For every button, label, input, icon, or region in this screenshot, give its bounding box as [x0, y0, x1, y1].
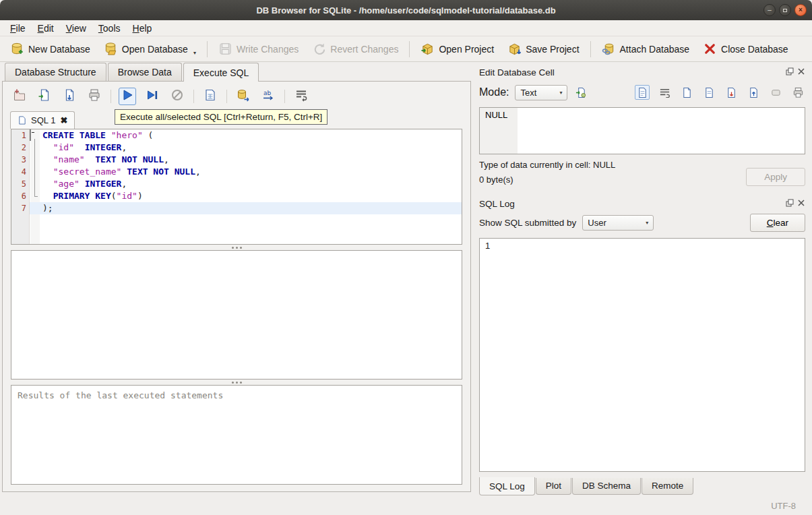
import-file-button[interactable] — [724, 85, 739, 100]
paste-cell-button[interactable] — [701, 85, 716, 100]
cell-editor[interactable]: NULL — [479, 107, 805, 154]
main-toolbar: New Database Open Database ▾ Write Chang… — [0, 36, 812, 62]
write-changes-label: Write Changes — [237, 44, 299, 55]
sql-log-filter-combobox[interactable]: User▾ — [582, 215, 654, 231]
open-project-icon — [420, 42, 435, 56]
stop-button — [168, 88, 186, 105]
splitter-handle[interactable] — [3, 245, 470, 250]
cell-info-row: Type of data currently in cell: NULL 0 b… — [476, 157, 807, 193]
float-dock-button[interactable] — [786, 199, 794, 209]
menu-tools[interactable]: Tools — [92, 21, 127, 36]
float-dock-button[interactable] — [786, 67, 794, 78]
export-results-button[interactable] — [235, 88, 252, 105]
dock-tab-sql-log[interactable]: SQL Log — [479, 477, 535, 495]
copy-cell-button[interactable] — [679, 85, 694, 100]
execute-all-button[interactable] — [119, 88, 136, 105]
import-cell-button[interactable] — [573, 85, 588, 100]
fold-marker-icon[interactable] — [30, 129, 40, 142]
editor-line-current: 7 ); — [11, 202, 462, 214]
line-number: 6 — [11, 190, 30, 202]
close-dock-button[interactable] — [797, 67, 805, 78]
open-project-button[interactable]: Open Project — [414, 39, 500, 59]
word-wrap-button[interactable] — [292, 88, 310, 105]
export-file-button[interactable] — [746, 85, 761, 100]
save-project-icon — [507, 42, 522, 56]
dock-tab-plot[interactable]: Plot — [536, 478, 571, 495]
line-number: 5 — [11, 178, 30, 190]
tab-database-structure[interactable]: Database Structure — [5, 63, 106, 81]
menu-file[interactable]: File — [4, 21, 32, 36]
minimize-button[interactable]: – — [763, 4, 776, 16]
export-results-icon — [237, 88, 250, 104]
revert-changes-icon — [312, 42, 326, 56]
open-database-dropdown-icon[interactable]: ▾ — [193, 50, 196, 56]
save-results-button[interactable] — [201, 88, 219, 105]
window-controls: – × — [763, 4, 807, 16]
set-null-button[interactable] — [768, 85, 783, 100]
line-number: 2 — [11, 142, 30, 154]
maximize-button[interactable] — [779, 4, 791, 16]
close-database-button[interactable]: Close Database — [697, 39, 794, 59]
revert-changes-button: Revert Changes — [306, 39, 404, 59]
sql-editor[interactable]: 1 CREATE TABLE "hero" ( 2 "id" INTEGER, … — [11, 129, 462, 245]
cell-info-text: Type of data currently in cell: NULL 0 b… — [479, 160, 615, 193]
new-database-button[interactable]: New Database — [4, 39, 96, 59]
tab-execute-sql[interactable]: Execute SQL — [183, 63, 259, 82]
print-icon — [88, 88, 101, 104]
dock-tabbar: SQL Log Plot DB Schema Remote — [476, 472, 807, 496]
export-file-icon — [748, 87, 759, 98]
execute-line-button[interactable] — [144, 88, 161, 105]
open-sql-file-button[interactable] — [36, 88, 53, 105]
new-sql-tab-icon — [13, 88, 26, 104]
close-tab-icon[interactable]: ✖ — [60, 115, 67, 125]
dock-tab-remote[interactable]: Remote — [642, 478, 693, 495]
sql-toolbar: ab — [3, 82, 470, 109]
splitter-handle[interactable] — [3, 380, 470, 385]
sql-log-view: 1 — [479, 238, 805, 472]
sql-toolbar-separator — [193, 90, 194, 103]
dock-buttons — [786, 67, 805, 78]
text-document-icon — [637, 87, 648, 98]
text-mode-button[interactable] — [635, 85, 650, 100]
menu-view[interactable]: View — [60, 21, 92, 36]
open-database-button[interactable]: Open Database ▾ — [98, 39, 202, 59]
line-number: 3 — [11, 154, 30, 166]
menu-edit[interactable]: Edit — [32, 21, 60, 36]
dock-tab-db-schema[interactable]: DB Schema — [572, 478, 641, 495]
editor-line: 5 "age" INTEGER, — [11, 178, 462, 190]
print-cell-button[interactable] — [790, 85, 805, 100]
code-line[interactable]: ); — [40, 202, 462, 214]
code-line[interactable]: "age" INTEGER, — [40, 178, 462, 190]
editor-line: 2 "id" INTEGER, — [11, 142, 462, 154]
sql-tab-1[interactable]: SQL 1 ✖ — [10, 111, 75, 129]
menu-help[interactable]: Help — [127, 21, 158, 36]
execute-all-icon — [121, 88, 134, 104]
code-line[interactable]: PRIMARY KEY("id") — [40, 190, 462, 202]
mode-combobox[interactable]: Text▾ — [515, 85, 567, 100]
attach-database-button[interactable]: Attach Database — [596, 39, 696, 59]
right-panel: Edit Database Cell Mode: Text▾ — [474, 62, 812, 496]
close-button[interactable]: × — [794, 4, 807, 16]
tab-browse-data[interactable]: Browse Data — [108, 63, 182, 81]
save-project-button[interactable]: Save Project — [501, 39, 585, 59]
code-line[interactable]: "name" TEXT NOT NULL, — [40, 154, 462, 166]
clear-log-button[interactable]: Clear — [750, 214, 805, 232]
chevron-down-icon: ▾ — [551, 90, 562, 96]
editor-line: 1 CREATE TABLE "hero" ( — [11, 129, 462, 142]
close-dock-button[interactable] — [797, 199, 805, 209]
code-line[interactable]: CREATE TABLE "hero" ( — [40, 129, 462, 142]
sql-log-filter-label: Show SQL submitted by — [479, 218, 576, 228]
svg-text:ab: ab — [263, 90, 272, 96]
fold-gutter-cell — [30, 202, 40, 214]
paste-cell-icon — [704, 87, 715, 98]
code-line[interactable]: "id" INTEGER, — [40, 142, 462, 154]
save-results-icon — [204, 88, 217, 104]
code-line[interactable]: "secret_name" TEXT NOT NULL, — [40, 166, 462, 178]
word-wrap-cell-button[interactable] — [657, 85, 672, 100]
save-sql-file-button[interactable] — [61, 88, 78, 105]
cell-type-text: Type of data currently in cell: NULL — [479, 160, 615, 170]
format-sql-button[interactable]: ab — [259, 88, 277, 105]
print-sql-button[interactable] — [86, 88, 103, 105]
new-sql-tab-button[interactable] — [11, 88, 28, 105]
save-project-label: Save Project — [526, 44, 579, 55]
